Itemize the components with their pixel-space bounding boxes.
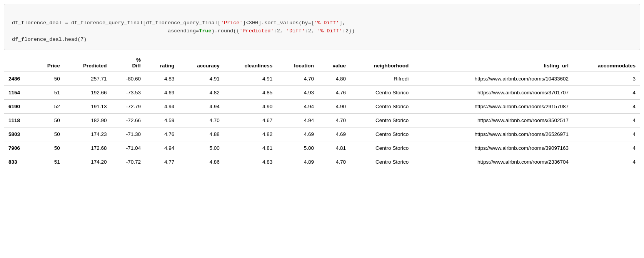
- cell-price: 52: [33, 100, 65, 114]
- cell-price: 50: [33, 114, 65, 127]
- cell-value: 4.70: [319, 155, 350, 169]
- results-table: Price Predicted %Diff rating accuracy cl…: [4, 54, 640, 169]
- col-header-accuracy: accuracy: [179, 54, 224, 72]
- cell-cleanliness: 4.91: [224, 72, 277, 86]
- cell-listing-url: https://www.airbnb.com/rooms/26526971: [426, 127, 573, 141]
- cell-cleanliness: 4.82: [224, 127, 277, 141]
- col-header-empty: [413, 54, 426, 72]
- cell-cleanliness: 4.81: [224, 141, 277, 155]
- cell-index: 7906: [4, 141, 33, 155]
- cell-location: 4.89: [277, 155, 319, 169]
- cell-accuracy: 5.00: [179, 141, 224, 155]
- table-row: 5803 50 174.23 -71.30 4.76 4.88 4.82 4.6…: [4, 127, 640, 141]
- table-row: 833 51 174.20 -70.72 4.77 4.86 4.83 4.89…: [4, 155, 640, 169]
- cell-rating: 4.77: [145, 155, 179, 169]
- col-header-price: Price: [33, 54, 65, 72]
- cell-value: 4.81: [319, 141, 350, 155]
- cell-empty: [413, 72, 426, 86]
- cell-neighborhood: Centro Storico: [350, 141, 413, 155]
- cell-pct-diff: -70.72: [111, 155, 145, 169]
- cell-index: 5803: [4, 127, 33, 141]
- cell-predicted: 174.23: [65, 127, 112, 141]
- cell-pct-diff: -71.30: [111, 127, 145, 141]
- cell-price: 50: [33, 72, 65, 86]
- table-row: 6190 52 191.13 -72.79 4.94 4.94 4.90 4.9…: [4, 100, 640, 114]
- col-header-listing-url: listing_url: [426, 54, 573, 72]
- cell-index: 1154: [4, 86, 33, 100]
- cell-location: 4.94: [277, 100, 319, 114]
- cell-neighborhood: Centro Storico: [350, 127, 413, 141]
- cell-predicted: 257.71: [65, 72, 112, 86]
- cell-accommodates: 4: [573, 127, 640, 141]
- col-header-pct-diff: %Diff: [111, 54, 145, 72]
- cell-neighborhood: Centro Storico: [350, 86, 413, 100]
- code-text: df_florence_deal = df_florence_query_fin…: [12, 20, 355, 42]
- col-header-predicted: Predicted: [65, 54, 112, 72]
- cell-location: 4.94: [277, 114, 319, 127]
- cell-index: 2486: [4, 72, 33, 86]
- cell-value: 4.80: [319, 72, 350, 86]
- table-container: Price Predicted %Diff rating accuracy cl…: [4, 54, 640, 169]
- cell-empty: [413, 127, 426, 141]
- cell-value: 4.76: [319, 86, 350, 100]
- cell-index: 6190: [4, 100, 33, 114]
- cell-pct-diff: -73.53: [111, 86, 145, 100]
- cell-cleanliness: 4.85: [224, 86, 277, 100]
- cell-neighborhood: Centro Storico: [350, 100, 413, 114]
- cell-value: 4.69: [319, 127, 350, 141]
- cell-value: 4.70: [319, 114, 350, 127]
- cell-cleanliness: 4.67: [224, 114, 277, 127]
- cell-rating: 4.94: [145, 141, 179, 155]
- cell-neighborhood: Centro Storico: [350, 114, 413, 127]
- cell-accuracy: 4.82: [179, 86, 224, 100]
- cell-rating: 4.59: [145, 114, 179, 127]
- cell-listing-url: https://www.airbnb.com/rooms/3502517: [426, 114, 573, 127]
- cell-cleanliness: 4.90: [224, 100, 277, 114]
- cell-accuracy: 4.91: [179, 72, 224, 86]
- cell-price: 51: [33, 86, 65, 100]
- cell-predicted: 172.68: [65, 141, 112, 155]
- cell-price: 50: [33, 141, 65, 155]
- cell-pct-diff: -71.04: [111, 141, 145, 155]
- cell-empty: [413, 86, 426, 100]
- cell-empty: [413, 141, 426, 155]
- cell-rating: 4.83: [145, 72, 179, 86]
- cell-accuracy: 4.86: [179, 155, 224, 169]
- col-header-rating: rating: [145, 54, 179, 72]
- cell-accommodates: 4: [573, 114, 640, 127]
- cell-accommodates: 4: [573, 100, 640, 114]
- col-header-index: [4, 54, 33, 72]
- cell-rating: 4.94: [145, 100, 179, 114]
- cell-pct-diff: -72.79: [111, 100, 145, 114]
- table-row: 2486 50 257.71 -80.60 4.83 4.91 4.91 4.7…: [4, 72, 640, 86]
- cell-price: 51: [33, 155, 65, 169]
- cell-predicted: 191.13: [65, 100, 112, 114]
- table-row: 1154 51 192.66 -73.53 4.69 4.82 4.85 4.9…: [4, 86, 640, 100]
- cell-accuracy: 4.94: [179, 100, 224, 114]
- cell-predicted: 192.66: [65, 86, 112, 100]
- cell-index: 1118: [4, 114, 33, 127]
- col-header-value: value: [319, 54, 350, 72]
- cell-accuracy: 4.70: [179, 114, 224, 127]
- cell-accommodates: 4: [573, 155, 640, 169]
- cell-cleanliness: 4.83: [224, 155, 277, 169]
- col-header-cleanliness: cleanliness: [224, 54, 277, 72]
- cell-listing-url: https://www.airbnb.com/rooms/2336704: [426, 155, 573, 169]
- cell-location: 5.00: [277, 141, 319, 155]
- cell-value: 4.90: [319, 100, 350, 114]
- cell-listing-url: https://www.airbnb.com/rooms/3701707: [426, 86, 573, 100]
- cell-index: 833: [4, 155, 33, 169]
- table-row: 1118 50 182.90 -72.66 4.59 4.70 4.67 4.9…: [4, 114, 640, 127]
- col-header-accommodates: accommodates: [573, 54, 640, 72]
- cell-listing-url: https://www.airbnb.com/rooms/29157087: [426, 100, 573, 114]
- cell-pct-diff: -80.60: [111, 72, 145, 86]
- table-row: 7906 50 172.68 -71.04 4.94 5.00 4.81 5.0…: [4, 141, 640, 155]
- cell-location: 4.69: [277, 127, 319, 141]
- cell-accommodates: 4: [573, 86, 640, 100]
- cell-predicted: 174.20: [65, 155, 112, 169]
- cell-accommodates: 3: [573, 72, 640, 86]
- cell-accuracy: 4.88: [179, 127, 224, 141]
- cell-price: 50: [33, 127, 65, 141]
- cell-empty: [413, 100, 426, 114]
- cell-accommodates: 4: [573, 141, 640, 155]
